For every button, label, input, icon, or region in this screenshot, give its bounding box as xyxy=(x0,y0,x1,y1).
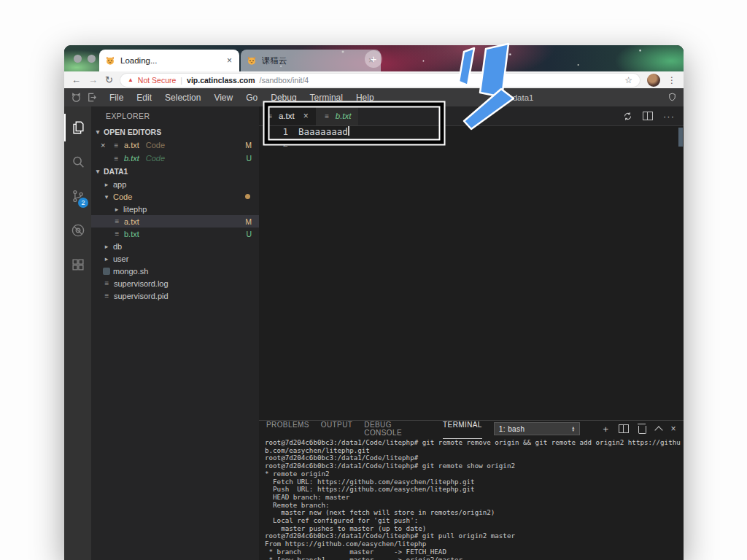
browser-window: Loading...×课猫云× + ← → ↻ ▲ Not Secure | v… xyxy=(64,45,684,560)
maximize-panel-icon[interactable] xyxy=(654,426,662,434)
tree-root-header[interactable]: ▾ DATA1 xyxy=(91,165,259,178)
editor-tab[interactable]: ≡a.txt× xyxy=(259,106,316,125)
sync-icon[interactable] xyxy=(623,112,632,121)
code-line[interactable]: 2 xyxy=(259,138,684,149)
file-icon: ≡ xyxy=(103,292,111,300)
git-status-badge: M xyxy=(245,217,252,226)
menu-selection[interactable]: Selection xyxy=(158,93,207,103)
terminal-output[interactable]: root@7d204c6b0bc3:/data1/Code/litephp# g… xyxy=(259,437,684,560)
bookmark-star-icon[interactable]: ☆ xyxy=(624,75,632,85)
browser-menu-icon[interactable]: ⋮ xyxy=(667,75,676,85)
tree-item[interactable]: ▾Code xyxy=(91,190,259,203)
profile-avatar[interactable] xyxy=(647,74,660,87)
close-window-button[interactable] xyxy=(74,55,82,63)
menu-debug[interactable]: Debug xyxy=(264,93,303,103)
code-editor[interactable]: 1Baaaaaaad2 xyxy=(259,126,684,420)
tree-item[interactable]: ▸app xyxy=(91,178,259,190)
back-icon[interactable]: ← xyxy=(71,75,81,85)
explorer-sidebar: EXPLORER ▾ OPEN EDITORS ×≡a.txtCodeM≡b.t… xyxy=(91,106,259,560)
panel-tab-terminal[interactable]: TERMINAL xyxy=(443,419,482,439)
editor-tab-bar: ≡a.txt×≡b.txt ··· xyxy=(259,106,684,126)
file-icon: ≡ xyxy=(113,217,121,225)
file-icon: ≡ xyxy=(103,279,111,287)
browser-tab[interactable]: 课猫云× xyxy=(241,50,381,71)
editor-tab[interactable]: ≡b.txt xyxy=(316,106,359,125)
warning-icon: ▲ xyxy=(128,77,133,83)
tree-item[interactable]: ▸litephp xyxy=(91,203,259,215)
source-control-icon[interactable]: 2 xyxy=(64,182,91,210)
menu-edit[interactable]: Edit xyxy=(130,93,158,103)
editor-scrollbar[interactable] xyxy=(678,128,683,147)
chevron-down-icon: ▾ xyxy=(103,193,110,201)
tree-item[interactable]: ▸user xyxy=(91,252,259,265)
tree-item[interactable]: ≡supervisord.log xyxy=(91,277,259,289)
browser-tabs: Loading...×课猫云× xyxy=(99,50,381,71)
menu-terminal[interactable]: Terminal xyxy=(303,93,349,103)
tree-item[interactable]: ≡a.txtM xyxy=(91,215,259,228)
kill-terminal-icon[interactable] xyxy=(638,426,646,434)
new-terminal-icon[interactable]: + xyxy=(603,424,609,435)
chevron-right-icon: ▸ xyxy=(113,206,120,213)
minimize-window-button[interactable] xyxy=(88,55,96,63)
menu-help[interactable]: Help xyxy=(349,93,381,103)
bottom-panel: PROBLEMSOUTPUTDEBUG CONSOLETERMINAL 1: b… xyxy=(259,420,684,560)
line-number: 1 xyxy=(259,126,298,138)
open-editor-item[interactable]: ≡b.txtCodeU xyxy=(91,152,259,165)
address-bar[interactable]: ▲ Not Secure | vip.catinclass.com/sandbo… xyxy=(120,74,640,87)
tab-close-icon[interactable]: × xyxy=(303,111,309,121)
terminal-select[interactable]: 1: bash ▴▾ xyxy=(494,422,580,435)
cat-favicon-icon xyxy=(105,55,115,66)
forward-icon[interactable]: → xyxy=(88,75,98,85)
tree-item[interactable]: ≡supervisord.pid xyxy=(91,289,259,302)
new-tab-button[interactable]: + xyxy=(365,50,382,68)
tab-close-icon[interactable]: × xyxy=(225,55,233,66)
tree-item[interactable]: ≡b.txtU xyxy=(91,228,259,240)
menu-view[interactable]: View xyxy=(207,93,239,103)
open-editors-header[interactable]: ▾ OPEN EDITORS xyxy=(91,125,259,139)
tree-item[interactable]: mongo.sh xyxy=(91,265,259,277)
panel-tab-problems[interactable]: PROBLEMS xyxy=(266,419,309,439)
git-status-badge: U xyxy=(246,230,252,238)
split-terminal-icon[interactable] xyxy=(619,424,629,433)
tree-item-label: db xyxy=(113,242,122,251)
browser-tab[interactable]: Loading...× xyxy=(99,50,239,71)
tab-title: 课猫云 xyxy=(262,55,367,66)
panel-tab-output[interactable]: OUTPUT xyxy=(321,419,353,439)
vscode-menubar: FileEditSelectionViewGoDebugTerminalHelp… xyxy=(64,88,684,106)
tree-root-label: DATA1 xyxy=(104,167,128,176)
editor-area: ≡a.txt×≡b.txt ··· 1Baaaaaaad2 xyxy=(259,106,684,560)
close-panel-icon[interactable]: × xyxy=(671,424,676,434)
file-icon: ≡ xyxy=(266,112,274,120)
panel-tab-debug-console[interactable]: DEBUG CONSOLE xyxy=(364,419,431,439)
text-cursor xyxy=(348,126,349,136)
file-icon: ≡ xyxy=(113,230,121,238)
chevron-right-icon: ▸ xyxy=(103,243,110,250)
not-secure-label[interactable]: Not Secure xyxy=(138,76,177,85)
chevron-down-icon: ▾ xyxy=(94,168,101,175)
menu-go[interactable]: Go xyxy=(239,93,264,103)
panel-header: PROBLEMSOUTPUTDEBUG CONSOLETERMINAL 1: b… xyxy=(259,421,684,437)
menu-file[interactable]: File xyxy=(103,93,130,103)
tree-item[interactable]: ▸db xyxy=(91,240,259,252)
shield-icon[interactable] xyxy=(667,92,677,102)
screenshot-root: Loading...×课猫云× + ← → ↻ ▲ Not Secure | v… xyxy=(0,0,747,560)
search-icon[interactable] xyxy=(64,148,91,176)
url-host: vip.catinclass.com xyxy=(187,76,255,85)
file-tree: ▸app▾Code▸litephp≡a.txtM≡b.txtU▸db▸userm… xyxy=(91,178,259,302)
scm-badge: 2 xyxy=(78,198,88,208)
menu-items: FileEditSelectionViewGoDebugTerminalHelp xyxy=(103,93,381,103)
close-icon[interactable]: × xyxy=(101,141,109,149)
open-editor-item[interactable]: ×≡a.txtCodeM xyxy=(91,139,259,152)
more-actions-icon[interactable]: ··· xyxy=(663,111,675,122)
code-line[interactable]: 1Baaaaaaad xyxy=(259,126,684,138)
activity-bar: 2 xyxy=(64,106,91,560)
refresh-icon[interactable]: ↻ xyxy=(105,75,113,85)
explorer-icon[interactable] xyxy=(64,114,91,141)
debug-icon[interactable] xyxy=(64,217,91,244)
tree-item-label: Code xyxy=(113,192,132,201)
extensions-icon[interactable] xyxy=(64,251,91,279)
open-editor-label: b.txt xyxy=(124,154,139,163)
address-divider: | xyxy=(180,76,182,85)
split-editor-icon[interactable] xyxy=(643,112,653,120)
file-icon: ≡ xyxy=(323,112,331,120)
